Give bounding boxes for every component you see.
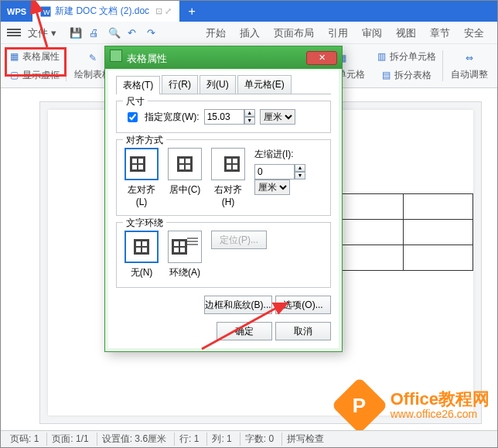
dialog-tabs: 表格(T) 行(R) 列(U) 单元格(E) (116, 75, 331, 94)
tab-cell[interactable]: 单元格(E) (237, 75, 292, 94)
undo-icon[interactable]: ↶ (128, 27, 139, 39)
menu-view[interactable]: 视图 (389, 22, 423, 44)
tab-col[interactable]: 列(U) (200, 75, 236, 94)
auto-adjust-button[interactable]: ⇔ 自动调整 (445, 47, 494, 84)
auto-adjust-label: 自动调整 (451, 68, 488, 81)
spin-up-icon[interactable]: ▲ (295, 164, 305, 172)
indent-label: 左缩进(I): (254, 148, 322, 161)
svg-text:W: W (43, 9, 50, 16)
brand-icon: P (331, 377, 388, 434)
wrap-none-label: 无(N) (124, 266, 159, 279)
spin-down-icon[interactable]: ▼ (244, 117, 255, 125)
show-frame-button[interactable]: ▢ 显示虚框 (4, 66, 64, 84)
menubar: 文件 ▾ 💾 🖨 🔍 ↶ ↷ 开始 插入 页面布局 引用 审阅 视图 章节 安全 (1, 22, 497, 44)
width-spinbox[interactable]: ▲▼ (204, 109, 255, 125)
statusbar: 页码: 1 页面: 1/1 设置值: 3.6厘米 行: 1 列: 1 字数: 0… (1, 430, 497, 447)
menu-start[interactable]: 开始 (199, 22, 233, 44)
wrap-fieldset: 文字环绕 无(N) 环绕(A) 定位(P)... (116, 222, 331, 288)
cancel-button[interactable]: 取消 (275, 322, 331, 340)
table-properties-button[interactable]: ▦ 表格属性 (4, 47, 64, 66)
size-legend: 尺寸 (123, 95, 148, 108)
width-checkbox[interactable] (128, 112, 138, 122)
options-button[interactable]: 选项(O)... (275, 296, 331, 314)
split-table-icon: ▤ (380, 70, 391, 80)
spin-down-icon[interactable]: ▼ (295, 172, 305, 180)
menu-reference[interactable]: 引用 (321, 22, 355, 44)
menu-layout[interactable]: 页面布局 (267, 22, 321, 44)
indent-spinbox[interactable]: ▲▼ (254, 164, 305, 180)
tab-row[interactable]: 行(R) (162, 75, 198, 94)
tab-extra-icon: ⊡ ⤢ (155, 6, 172, 16)
align-left-label: 左对齐(L) (124, 183, 159, 207)
split-table-button[interactable]: ▤ 拆分表格 (371, 66, 441, 84)
brand-url: www.office26.com (391, 409, 489, 420)
menu-insert[interactable]: 插入 (233, 22, 267, 44)
draw-table-icon: ✎ (85, 50, 101, 66)
status-col[interactable]: 列: 1 (206, 433, 236, 446)
align-legend: 对齐方式 (123, 134, 166, 147)
app-logo: WPS (1, 7, 32, 16)
split-cells-icon: ▥ (376, 51, 387, 62)
dialog-close-button[interactable]: ✕ (306, 51, 337, 65)
split-cells-button[interactable]: ▥ 拆分单元格 (371, 47, 441, 66)
print-icon[interactable]: 🖨 (89, 27, 101, 39)
document-table[interactable] (333, 193, 473, 271)
menu-security[interactable]: 安全 (457, 22, 491, 44)
titlebar: WPS W 新建 DOC 文档 (2).doc ⊡ ⤢ + (1, 1, 497, 22)
redo-icon[interactable]: ↷ (147, 27, 159, 39)
dialog-titlebar[interactable]: 表格属性 ✕ (105, 46, 342, 69)
status-row[interactable]: 行: 1 (174, 433, 203, 446)
dialog-title: 表格属性 (127, 53, 167, 64)
wrap-around-label: 环绕(A) (168, 266, 202, 279)
status-page[interactable]: 页码: 1 (5, 433, 43, 446)
save-icon[interactable]: 💾 (70, 27, 81, 39)
align-center-label: 居中(C) (168, 183, 202, 197)
align-right-option[interactable]: 右对齐(H) (211, 148, 245, 207)
table-properties-label: 表格属性 (22, 50, 60, 63)
show-frame-icon: ▢ (9, 70, 19, 80)
status-pages[interactable]: 页面: 1/1 (46, 433, 93, 446)
align-fieldset: 对齐方式 左对齐(L) 居中(C) 右对齐(H) 左缩 (116, 139, 331, 216)
doc-icon: W (40, 6, 51, 17)
border-shading-button[interactable]: 边框和底纹(B)... (204, 296, 272, 314)
align-right-label: 右对齐(H) (211, 183, 245, 207)
split-cells-label: 拆分单元格 (390, 50, 436, 63)
wrap-around-option[interactable]: 环绕(A) (168, 231, 202, 279)
size-fieldset: 尺寸 指定宽度(W): ▲▼ 厘米 (116, 101, 331, 133)
wrap-none-option[interactable]: 无(N) (124, 231, 159, 279)
width-input[interactable] (204, 109, 244, 125)
align-left-option[interactable]: 左对齐(L) (124, 148, 159, 207)
menu-review[interactable]: 审阅 (355, 22, 389, 44)
dialog-icon (110, 50, 122, 62)
hamburger-icon[interactable] (7, 27, 21, 38)
align-center-option[interactable]: 居中(C) (168, 148, 202, 197)
new-tab-button[interactable]: + (180, 5, 203, 19)
document-tab-label: 新建 DOC 文档 (2).doc (55, 5, 149, 18)
width-unit-select[interactable]: 厘米 (260, 109, 295, 125)
table-properties-icon: ▦ (9, 51, 19, 62)
preview-icon[interactable]: 🔍 (108, 27, 120, 39)
tab-table[interactable]: 表格(T) (116, 76, 160, 94)
indent-unit-select[interactable]: 厘米 (254, 180, 290, 195)
brand-title: Office教程网 (391, 390, 489, 409)
position-button: 定位(P)... (211, 231, 267, 249)
menu-chapter[interactable]: 章节 (423, 22, 457, 44)
document-tab[interactable]: W 新建 DOC 文档 (2).doc ⊡ ⤢ (32, 1, 180, 22)
auto-adjust-icon: ⇔ (462, 50, 477, 66)
file-menu[interactable]: 文件 ▾ (21, 22, 63, 44)
wrap-legend: 文字环绕 (123, 217, 166, 230)
quick-access-toolbar: 💾 🖨 🔍 ↶ ↷ (70, 27, 159, 39)
show-frame-label: 显示虚框 (22, 69, 60, 82)
indent-input[interactable] (254, 164, 295, 180)
split-table-label: 拆分表格 (394, 69, 431, 82)
width-label: 指定宽度(W): (145, 111, 200, 124)
status-setwidth[interactable]: 设置值: 3.6厘米 (97, 433, 171, 446)
spin-up-icon[interactable]: ▲ (244, 109, 255, 117)
status-chars[interactable]: 字数: 0 (240, 433, 278, 446)
ok-button[interactable]: 确定 (217, 322, 272, 340)
brand-logo: P Office教程网 www.office26.com (339, 385, 489, 426)
status-spell[interactable]: 拼写检查 (281, 433, 329, 446)
table-properties-dialog: 表格属性 ✕ 表格(T) 行(R) 列(U) 单元格(E) 尺寸 指定宽度(W)… (104, 46, 343, 352)
